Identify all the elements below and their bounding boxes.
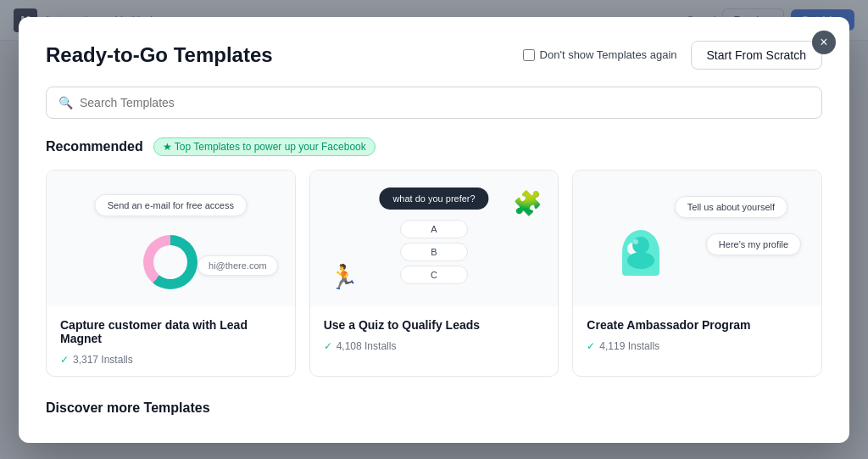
quiz-option-b: B (400, 243, 468, 261)
svg-point-4 (627, 252, 654, 269)
template-cards-row: Send an e-mail for free access hi@there.… (46, 170, 822, 377)
svg-point-5 (633, 239, 638, 244)
checkmark-icon: ✓ (60, 354, 69, 366)
search-bar: 🔍 (46, 87, 822, 119)
lm-donut-chart (143, 235, 198, 289)
discover-more-label: Discover more Templates (46, 400, 822, 416)
recommended-section-header: Recommended ★ Top Templates to power up … (46, 137, 822, 156)
card3-name: Create Ambassador Program (587, 318, 808, 332)
modal-header: Ready-to-Go Templates Don't show Templat… (46, 41, 822, 70)
close-button[interactable]: × (812, 31, 836, 54)
dont-show-checkbox[interactable] (523, 49, 535, 61)
recommended-label: Recommended (46, 139, 143, 154)
template-card-quiz[interactable]: what do you prefer? A B C 🧩 🏃 Use a Quiz… (309, 170, 559, 377)
modal-overlay: × Ready-to-Go Templates Don't show Templ… (0, 0, 868, 459)
dont-show-label[interactable]: Don't show Templates again (523, 48, 677, 61)
card1-installs: ✓ 3,317 Installs (60, 354, 281, 366)
card3-installs: ✓ 4,119 Installs (587, 340, 808, 352)
card2-name: Use a Quiz to Qualify Leads (324, 318, 545, 332)
search-icon: 🔍 (58, 96, 73, 109)
card3-body: Create Ambassador Program ✓ 4,119 Instal… (573, 306, 821, 362)
svg-point-3 (632, 237, 649, 254)
lm-email-bubble: hi@there.com (198, 255, 278, 276)
amb-bubble-tell: Tell us about yourself (675, 196, 787, 218)
checkmark-icon: ✓ (587, 340, 595, 352)
modal-title: Ready-to-Go Templates (46, 43, 509, 67)
quiz-option-a: A (400, 220, 468, 238)
templates-modal: × Ready-to-Go Templates Don't show Templ… (19, 17, 849, 443)
card3-preview: Tell us about yourself Here's my profile (573, 171, 821, 306)
quiz-option-c: C (400, 266, 468, 284)
template-card-lead-magnet[interactable]: Send an e-mail for free access hi@there.… (46, 170, 296, 377)
recommended-badge: ★ Top Templates to power up your Faceboo… (153, 137, 376, 156)
card2-body: Use a Quiz to Qualify Leads ✓ 4,108 Inst… (310, 306, 559, 362)
quiz-question: what do you prefer? (379, 188, 488, 210)
checkmark-icon: ✓ (324, 340, 332, 352)
card1-name: Capture customer data with Lead Magnet (60, 318, 281, 345)
template-card-ambassador[interactable]: Tell us about yourself Here's my profile (572, 170, 822, 377)
amb-bubble-profile: Here's my profile (706, 233, 801, 255)
figure-icon: 🏃 (329, 263, 359, 291)
start-from-scratch-button[interactable]: Start From Scratch (691, 41, 822, 70)
card1-body: Capture customer data with Lead Magnet ✓… (47, 306, 295, 376)
card2-installs: ✓ 4,108 Installs (324, 340, 545, 352)
puzzle-icon: 🧩 (513, 189, 542, 217)
card2-preview: what do you prefer? A B C 🧩 🏃 (310, 171, 559, 306)
quiz-options: A B C (400, 220, 468, 284)
search-input[interactable] (80, 96, 810, 109)
lm-bubble-top: Send an e-mail for free access (95, 194, 247, 216)
ambassador-head-icon (610, 228, 671, 296)
card1-preview: Send an e-mail for free access hi@there.… (47, 171, 295, 306)
